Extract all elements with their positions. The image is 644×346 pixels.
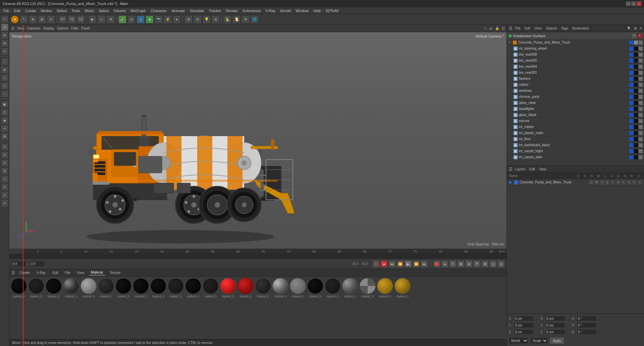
anim-btn6[interactable]: ⊡ [498, 261, 504, 267]
menu-render[interactable]: Render [224, 8, 240, 13]
material-item-16[interactable]: Hybrid_h [272, 278, 288, 298]
tree-item-16[interactable]: ▲ int_dashboard_black [507, 142, 644, 148]
tool-options[interactable]: ⚙ [241, 15, 250, 23]
menu-modes[interactable]: Modes [39, 8, 54, 13]
tool-paint3[interactable]: ◎ [137, 15, 145, 23]
tool-scale-btn[interactable]: ⊞ [38, 15, 46, 23]
om-bookmarks-tab[interactable]: Bookmarks [571, 26, 590, 30]
tool-gear[interactable]: ⚙ [1, 167, 8, 175]
tool-paint2[interactable]: ◎ [127, 15, 136, 23]
material-item-3[interactable]: Hybrid_h [46, 278, 62, 298]
lp-hamburger[interactable]: ☰ [509, 167, 513, 172]
tool-paint1[interactable]: 🖌 [118, 15, 126, 23]
menu-file[interactable]: File [1, 8, 11, 13]
menu-3dtoall[interactable]: 3DToAll [324, 8, 340, 13]
tool-xy[interactable]: XY [59, 15, 67, 23]
tree-item-4[interactable]: ▲ tire_rear001 [507, 70, 644, 76]
lp-view-tab[interactable]: View [538, 167, 548, 171]
material-item-17[interactable]: Hybrid_h [290, 278, 306, 298]
tool-x2[interactable]: ✕ [1, 191, 8, 199]
mat-tab-create[interactable]: Create [18, 270, 32, 275]
lp-layers-tab[interactable]: Layers [514, 167, 527, 171]
mode-object-btn[interactable]: ● [11, 15, 19, 23]
om-tags-tab[interactable]: Tags [560, 26, 570, 30]
step-fwd-all[interactable]: ⏭ [421, 261, 428, 267]
li-d[interactable]: D [627, 180, 631, 185]
step-back-all[interactable]: ⏮ [389, 261, 395, 267]
tool-rotate[interactable]: ↻ [1, 48, 8, 55]
material-item-21[interactable]: Hybrid_h [360, 278, 376, 298]
material-item-10[interactable]: Hybrid_h [168, 278, 184, 298]
close-button[interactable]: × [637, 1, 641, 6]
z-pos-input[interactable] [514, 329, 534, 335]
b-input[interactable] [577, 329, 597, 335]
p-input[interactable] [577, 323, 597, 328]
tool-move[interactable]: ⊕ [1, 32, 8, 39]
tree-item-5[interactable]: ▲ flashers [507, 76, 644, 82]
y-rot-input[interactable] [545, 323, 565, 328]
lp-edit-tab[interactable]: Edit [528, 167, 536, 171]
om-search-icon[interactable]: 🔍 [627, 26, 631, 30]
tool-c2[interactable]: ● [173, 15, 181, 23]
frame-input2[interactable] [30, 261, 45, 267]
om-close-icon[interactable]: ✕ [639, 26, 642, 30]
tree-item-2[interactable]: ▲ tire_rear005 [507, 58, 644, 64]
tool-xz[interactable]: XZ [77, 15, 85, 23]
tool-object[interactable]: □ [1, 58, 8, 65]
li-l[interactable]: L [610, 180, 615, 185]
loop-btn[interactable]: ● [441, 261, 448, 267]
fps-btn[interactable]: ⏱ [449, 261, 456, 267]
material-item-18[interactable]: Hybrid_h [307, 278, 323, 298]
tool-light[interactable]: ◉ [146, 15, 154, 23]
menu-window[interactable]: Window [293, 8, 311, 13]
vp-maximize-icon[interactable]: ⊡ [502, 26, 504, 30]
menu-mograph[interactable]: MoGraph [128, 8, 148, 13]
menu-extensions[interactable]: Extensions [240, 8, 263, 13]
om-edit-tab[interactable]: Edit [523, 26, 532, 30]
tool-pointer[interactable]: ✦ [1, 23, 8, 31]
om-objects-tab[interactable]: Objects [544, 26, 558, 30]
anim-btn2[interactable]: ⊟ [466, 261, 472, 267]
vp-hamburger[interactable]: ☰ [11, 26, 14, 30]
tree-expand-root[interactable]: ▼ [508, 41, 512, 44]
tree-item-18[interactable]: ▲ int_carpet_dark [507, 154, 644, 160]
mat-tab-view[interactable]: View [75, 270, 87, 275]
menu-spline[interactable]: Spline [97, 8, 111, 13]
step-fwd[interactable]: ⏩ [413, 261, 420, 267]
li-cam[interactable]: 📷 [594, 180, 599, 185]
tree-item-13[interactable]: ▲ int_rubber [507, 124, 644, 130]
menu-help[interactable]: Help [311, 8, 323, 13]
tool-x3[interactable]: ✦ [1, 199, 8, 207]
tool-undo[interactable]: ↩ [1, 15, 8, 23]
tree-item-14[interactable]: ▲ int_plastic_mate [507, 130, 644, 136]
li-eye[interactable]: ◎ [589, 180, 594, 185]
vp-panel[interactable]: Panel [82, 26, 90, 30]
x-rot-input[interactable] [545, 316, 565, 321]
material-item-20[interactable]: Hybrid_h [342, 278, 358, 298]
vp-filter[interactable]: Filter [71, 26, 78, 30]
tool-s2[interactable]: S [1, 151, 8, 159]
tool-deform[interactable]: ⌘ [1, 133, 8, 140]
step-back[interactable]: ⏪ [397, 261, 404, 267]
tool-select-btn[interactable]: ↖ [20, 15, 28, 23]
tree-item-root[interactable]: ▼ P Concrete_Pump_and_Mixer_Truck [507, 40, 644, 46]
om-file-tab[interactable]: File [514, 26, 522, 30]
vp-render-icon[interactable]: ◎ [489, 26, 492, 30]
vp-options[interactable]: Options [57, 26, 68, 30]
tool-view[interactable]: ⊚ [212, 15, 220, 23]
tool-curve[interactable]: ∿ [1, 175, 8, 183]
menu-select[interactable]: Select [55, 8, 69, 13]
tree-item-11[interactable]: ▲ glass_black [507, 112, 644, 118]
mat-tab-material[interactable]: Material [89, 270, 105, 276]
tool-s1[interactable]: S [1, 143, 8, 151]
anim-btn5[interactable]: ◫ [490, 261, 496, 267]
material-item-15[interactable]: Hybrid_h [255, 278, 271, 298]
om-view-tab[interactable]: View [533, 26, 543, 30]
minimize-button[interactable]: — [626, 1, 631, 6]
tool-c1[interactable]: ⚡ [164, 15, 172, 23]
material-item-4[interactable]: Hybrid_h [63, 278, 79, 298]
vp-lock-icon[interactable]: 🔒 [495, 26, 499, 30]
tree-item-6[interactable]: ▲ rubber [507, 82, 644, 88]
tree-item-12[interactable]: ▲ mirrors [507, 118, 644, 124]
tree-item-17[interactable]: ▲ int_carpet_bight [507, 148, 644, 154]
